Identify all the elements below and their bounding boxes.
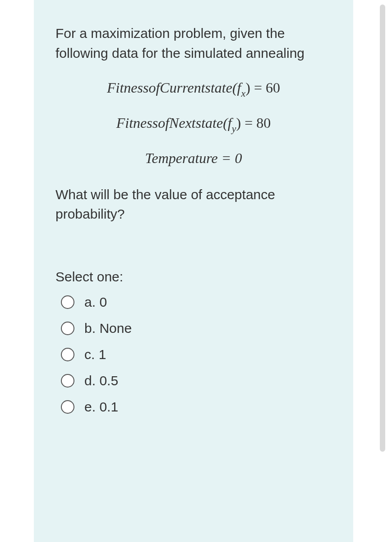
scrollbar-thumb[interactable] <box>380 5 385 452</box>
options-group: a. 0 b. None c. 1 <box>55 294 332 415</box>
radio-icon[interactable] <box>61 374 74 388</box>
option-label: c. 1 <box>84 347 106 362</box>
option-a[interactable]: a. 0 <box>61 294 332 310</box>
main-column: For a maximization problem, given the fo… <box>0 0 374 542</box>
option-label: b. None <box>84 321 132 336</box>
eq2-right: ) = 80 <box>236 115 271 131</box>
option-b[interactable]: b. None <box>61 321 332 336</box>
radio-icon[interactable] <box>61 348 74 361</box>
question-prompt: For a maximization problem, given the fo… <box>55 23 332 63</box>
eq1-right: ) = 60 <box>245 79 280 96</box>
option-e[interactable]: e. 0.1 <box>61 399 332 415</box>
eq3-text: Temperature = 0 <box>145 150 242 166</box>
eq1-sub: x <box>241 88 246 99</box>
option-c[interactable]: c. 1 <box>61 347 332 362</box>
eq2-left: FitnessofNextstate(f <box>116 115 232 131</box>
option-label: e. 0.1 <box>84 399 118 415</box>
viewport: For a maximization problem, given the fo… <box>0 0 392 542</box>
select-one-label: Select one: <box>55 269 332 285</box>
equation-2: FitnessofNextstate(fy) = 80 <box>55 114 332 134</box>
equations-block: FitnessofCurrentstate(fx) = 60 Fitnessof… <box>55 79 332 167</box>
option-d[interactable]: d. 0.5 <box>61 373 332 388</box>
equation-1: FitnessofCurrentstate(fx) = 60 <box>55 79 332 99</box>
eq1-left: FitnessofCurrentstate(f <box>107 79 241 96</box>
equation-3: Temperature = 0 <box>55 150 332 167</box>
radio-icon[interactable] <box>61 295 74 309</box>
radio-icon[interactable] <box>61 322 74 335</box>
option-label: a. 0 <box>84 294 107 310</box>
question-card: For a maximization problem, given the fo… <box>34 0 353 542</box>
option-label: d. 0.5 <box>84 373 118 388</box>
radio-icon[interactable] <box>61 400 74 414</box>
question-followup: What will be the value of acceptance pro… <box>55 185 332 224</box>
scrollbar-gutter <box>374 0 392 542</box>
eq2-sub: y <box>232 123 236 134</box>
